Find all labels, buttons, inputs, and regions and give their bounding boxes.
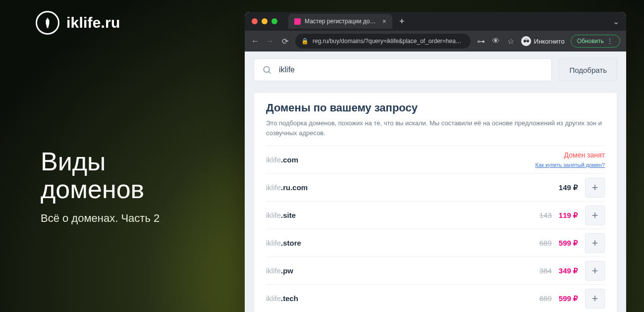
hero-title-line1: Виды bbox=[41, 147, 106, 176]
domain-old-price: 689 bbox=[539, 239, 552, 247]
domain-price: 149 ₽ bbox=[559, 183, 578, 192]
browser-window: Мастер регистрации домено × + ⌄ ← → ⟳ 🔒 … bbox=[245, 12, 626, 312]
lock-icon: 🔒 bbox=[301, 38, 309, 45]
add-domain-button[interactable]: + bbox=[585, 261, 605, 281]
plus-icon: + bbox=[592, 292, 598, 305]
domain-list: iklife.comДомен занятКак купить занятый … bbox=[266, 146, 605, 312]
star-icon[interactable]: ☆ bbox=[506, 37, 515, 46]
domain-old-price: 143 bbox=[539, 211, 552, 219]
window-controls bbox=[252, 18, 277, 24]
domain-row: iklife.pw384349 ₽+ bbox=[266, 257, 605, 285]
hero-title-line2: доменов bbox=[41, 175, 144, 204]
hero-subtitle: Всё о доменах. Часть 2 bbox=[41, 212, 160, 225]
key-icon[interactable]: ⊶ bbox=[477, 37, 485, 46]
search-icon bbox=[262, 65, 272, 75]
domain-price: 349 ₽ bbox=[559, 266, 578, 275]
chevron-down-icon[interactable]: ⌄ bbox=[613, 17, 619, 26]
domain-row: iklife.tech689599 ₽+ bbox=[266, 285, 605, 312]
brand-logo-icon bbox=[36, 11, 59, 35]
add-domain-button[interactable]: + bbox=[585, 206, 605, 225]
plus-icon: + bbox=[592, 209, 598, 222]
domain-row: iklife.ru.com149 ₽+ bbox=[266, 174, 605, 202]
domain-name: iklife.site bbox=[266, 211, 296, 219]
domain-price: 599 ₽ bbox=[559, 239, 578, 248]
tab-title: Мастер регистрации домено bbox=[305, 18, 378, 25]
domain-row: iklife.store689599 ₽+ bbox=[266, 229, 605, 257]
domain-old-price: 384 bbox=[539, 266, 552, 275]
section-title: Домены по вашему запросу bbox=[266, 102, 605, 114]
domain-price: 599 ₽ bbox=[559, 294, 578, 303]
domain-taken-label: Домен занят bbox=[535, 151, 605, 159]
forward-icon[interactable]: → bbox=[266, 37, 274, 46]
domain-name: iklife.pw bbox=[266, 266, 293, 275]
domain-name: iklife.tech bbox=[266, 294, 298, 303]
new-tab-button[interactable]: + bbox=[399, 16, 405, 27]
domain-price: 119 ₽ bbox=[559, 211, 578, 220]
incognito-indicator: 🕶 Инкогнито bbox=[521, 36, 565, 46]
results-section: Домены по вашему запросу Это подборка до… bbox=[254, 92, 617, 312]
toolbar: ← → ⟳ 🔒 reg.ru/buy/domains/?query=iklife… bbox=[245, 31, 626, 52]
eye-off-icon[interactable]: 👁 bbox=[491, 37, 500, 46]
svg-point-0 bbox=[264, 66, 269, 72]
incognito-label: Инкогнито bbox=[534, 38, 565, 45]
page-content: Подобрать Домены по вашему запросу Это п… bbox=[245, 52, 626, 312]
url-text: reg.ru/buy/domains/?query=iklife&place_o… bbox=[313, 38, 465, 45]
update-button[interactable]: Обновить ⋮ bbox=[571, 35, 620, 48]
search-bar: Подобрать bbox=[254, 58, 617, 81]
close-tab-icon[interactable]: × bbox=[382, 17, 386, 25]
domain-name: iklife.ru.com bbox=[266, 183, 308, 192]
plus-icon: + bbox=[592, 181, 598, 194]
hero-title: Виды доменов bbox=[41, 148, 144, 203]
back-icon[interactable]: ← bbox=[251, 37, 260, 46]
svg-line-1 bbox=[269, 72, 271, 74]
how-buy-link[interactable]: Как купить занятый домен? bbox=[535, 162, 605, 168]
brand: iklife.ru bbox=[36, 11, 120, 35]
domain-row: iklife.comДомен занятКак купить занятый … bbox=[266, 146, 605, 174]
address-bar[interactable]: 🔒 reg.ru/buy/domains/?query=iklife&place… bbox=[295, 34, 471, 49]
minimize-window-icon[interactable] bbox=[262, 18, 268, 24]
favicon-icon bbox=[294, 18, 301, 25]
plus-icon: + bbox=[592, 264, 598, 277]
more-icon: ⋮ bbox=[607, 38, 614, 45]
domain-row: iklife.site143119 ₽+ bbox=[266, 202, 605, 229]
maximize-window-icon[interactable] bbox=[271, 18, 277, 24]
brand-name: iklife.ru bbox=[66, 14, 120, 31]
add-domain-button[interactable]: + bbox=[585, 233, 605, 253]
domain-name: iklife.store bbox=[266, 239, 301, 247]
domain-old-price: 689 bbox=[539, 294, 552, 303]
add-domain-button[interactable]: + bbox=[585, 289, 605, 309]
pick-button[interactable]: Подобрать bbox=[559, 58, 617, 81]
search-box[interactable] bbox=[254, 58, 552, 81]
titlebar: Мастер регистрации домено × + ⌄ bbox=[245, 12, 626, 31]
close-window-icon[interactable] bbox=[252, 18, 258, 24]
browser-tab[interactable]: Мастер регистрации домено × bbox=[288, 14, 392, 29]
domain-taken-block: Домен занятКак купить занятый домен? bbox=[535, 151, 605, 169]
plus-icon: + bbox=[592, 237, 598, 250]
domain-name: iklife.com bbox=[266, 156, 298, 164]
section-description: Это подборка доменов, похожих на те, что… bbox=[266, 118, 605, 138]
update-label: Обновить bbox=[577, 38, 604, 45]
search-input[interactable] bbox=[279, 65, 543, 74]
incognito-icon: 🕶 bbox=[521, 36, 531, 46]
add-domain-button[interactable]: + bbox=[585, 178, 605, 198]
reload-icon[interactable]: ⟳ bbox=[280, 37, 289, 46]
